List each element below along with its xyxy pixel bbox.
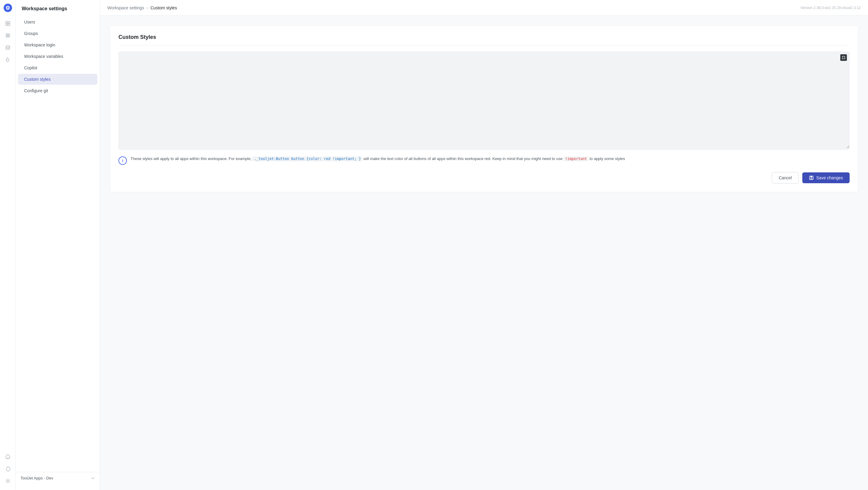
icon-rail bbox=[0, 0, 16, 490]
sidebar-title: Workspace settings bbox=[16, 6, 100, 16]
grid-icon[interactable] bbox=[2, 18, 13, 29]
breadcrumb: Workspace settings › Custom styles bbox=[107, 5, 177, 10]
sidebar-item-users[interactable]: Users bbox=[18, 17, 97, 27]
workspace-name: ToolJet Apps - Dev bbox=[21, 476, 53, 480]
svg-rect-3 bbox=[8, 21, 10, 23]
list-icon[interactable] bbox=[2, 30, 13, 41]
svg-point-1 bbox=[7, 7, 8, 9]
sidebar-item-copilot[interactable]: Copilot bbox=[18, 62, 97, 73]
svg-rect-8 bbox=[6, 36, 10, 37]
css-editor-container bbox=[119, 52, 849, 150]
breadcrumb-current: Custom styles bbox=[150, 5, 177, 10]
notifications-icon[interactable] bbox=[2, 452, 13, 462]
main-area: Workspace settings › Custom styles Versi… bbox=[100, 0, 868, 490]
save-label: Save changes bbox=[816, 175, 843, 180]
database-icon[interactable] bbox=[2, 42, 13, 53]
save-icon bbox=[809, 175, 814, 180]
breadcrumb-separator: › bbox=[147, 5, 148, 10]
custom-styles-card: Custom Styles i These styles will apply … bbox=[110, 25, 858, 192]
sidebar-item-groups[interactable]: Groups bbox=[18, 28, 97, 39]
workspace-switcher[interactable]: ToolJet Apps - Dev bbox=[16, 472, 100, 484]
info-text-after: to apply some styles bbox=[590, 156, 625, 161]
svg-point-10 bbox=[7, 480, 8, 482]
info-text: These styles will apply to all apps with… bbox=[130, 156, 625, 165]
save-button[interactable]: Save changes bbox=[802, 172, 849, 183]
version-label: Version 2.38.0-ee2.15.28-cloud2.3.12 bbox=[801, 6, 861, 10]
svg-point-14 bbox=[811, 178, 812, 179]
sidebar-nav: Users Groups Workspace login Workspace v… bbox=[16, 16, 100, 472]
plugin-icon[interactable] bbox=[2, 54, 13, 65]
chevron-down-icon bbox=[91, 476, 95, 480]
sidebar-item-workspace-login[interactable]: Workspace login bbox=[18, 39, 97, 50]
icon-rail-bottom bbox=[2, 452, 13, 486]
svg-rect-6 bbox=[6, 34, 10, 35]
sidebar-item-configure-git[interactable]: Configure git bbox=[18, 85, 97, 96]
breadcrumb-parent[interactable]: Workspace settings bbox=[107, 5, 144, 10]
info-box: i These styles will apply to all apps wi… bbox=[119, 156, 849, 165]
css-editor-textarea[interactable] bbox=[119, 52, 849, 148]
sidebar: Workspace settings Users Groups Workspac… bbox=[16, 0, 100, 490]
card-title: Custom Styles bbox=[119, 34, 849, 45]
info-text-before: These styles will apply to all apps with… bbox=[130, 156, 252, 161]
topbar: Workspace settings › Custom styles Versi… bbox=[100, 0, 868, 16]
svg-point-9 bbox=[6, 46, 10, 47]
info-code2: !important bbox=[564, 156, 588, 161]
action-buttons: Cancel Save changes bbox=[119, 172, 849, 184]
info-icon: i bbox=[119, 156, 127, 165]
expand-editor-button[interactable] bbox=[840, 54, 847, 61]
theme-icon[interactable] bbox=[2, 463, 13, 474]
settings-icon[interactable] bbox=[2, 476, 13, 486]
svg-rect-2 bbox=[6, 21, 7, 23]
svg-rect-12 bbox=[810, 176, 812, 178]
svg-rect-7 bbox=[6, 35, 10, 36]
sidebar-item-workspace-variables[interactable]: Workspace variables bbox=[18, 51, 97, 62]
app-logo[interactable] bbox=[4, 4, 12, 12]
info-code1: ._tooljet-Button button {color: red !imp… bbox=[253, 156, 362, 161]
svg-rect-4 bbox=[6, 24, 7, 26]
info-text-middle: will make the text color of all buttons … bbox=[364, 156, 564, 161]
cancel-button[interactable]: Cancel bbox=[772, 172, 799, 184]
svg-rect-5 bbox=[8, 24, 10, 26]
content-area: Custom Styles i These styles will apply … bbox=[100, 16, 868, 490]
sidebar-item-custom-styles[interactable]: Custom styles bbox=[18, 74, 97, 85]
